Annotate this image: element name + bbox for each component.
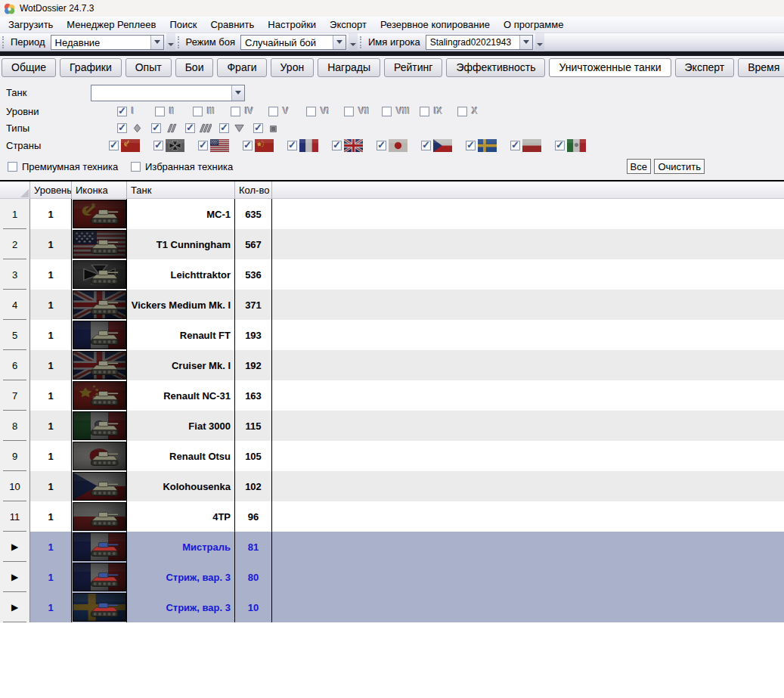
tab-awards[interactable]: Награды: [318, 58, 380, 77]
player-name-combobox[interactable]: Stalingrad02021943: [426, 35, 533, 50]
row-header-cell[interactable]: 4: [0, 290, 30, 320]
tank-filter-combobox[interactable]: [91, 85, 245, 101]
menu-item-export[interactable]: Экспорт: [323, 17, 373, 32]
toolbar-grip[interactable]: [2, 36, 5, 48]
menu-item-settings[interactable]: Настройки: [261, 17, 323, 32]
column-header-1[interactable]: Иконка: [72, 181, 127, 198]
type-checkbox-heavy[interactable]: [185, 123, 195, 133]
table-row[interactable]: 51Renault FT193: [0, 320, 784, 350]
table-row[interactable]: 71Renault NC-31163: [0, 380, 784, 411]
chevron-down-icon[interactable]: [333, 36, 346, 49]
country-checkbox-uk[interactable]: [332, 141, 342, 150]
tab-time[interactable]: Время: [738, 58, 784, 77]
level-checkbox-VII[interactable]: [344, 107, 354, 116]
toolbar-overflow-button[interactable]: [535, 33, 544, 51]
tab-battles[interactable]: Бои: [175, 58, 214, 77]
type-checkbox-spg[interactable]: [253, 123, 263, 133]
country-checkbox-czech[interactable]: [421, 141, 431, 150]
tab-expert[interactable]: Эксперт: [675, 58, 735, 77]
level-checkbox-V[interactable]: [268, 107, 278, 116]
table-row[interactable]: ▶1Мистраль81: [0, 532, 784, 562]
type-checkbox-light[interactable]: [117, 123, 127, 133]
menu-item-about[interactable]: О программе: [497, 17, 571, 32]
table-row[interactable]: 41Vickers Medium Mk. I371: [0, 290, 784, 320]
table-row[interactable]: 31Leichttraktor536: [0, 259, 784, 290]
menu-item-search[interactable]: Поиск: [163, 17, 203, 32]
type-checkbox-td[interactable]: [219, 123, 229, 133]
country-checkbox-japan[interactable]: [377, 141, 386, 150]
menu-item-compare[interactable]: Сравнить: [203, 17, 261, 32]
country-checkbox-china[interactable]: [243, 141, 253, 150]
table-row[interactable]: 101Kolohousenka102: [0, 471, 784, 501]
level-checkbox-VIII[interactable]: [382, 107, 392, 116]
row-header-cell[interactable]: 9: [0, 441, 30, 471]
row-header-cell[interactable]: 5: [0, 320, 30, 350]
toolbar-overflow-button[interactable]: [166, 33, 175, 51]
premium-checkbox[interactable]: [8, 162, 17, 172]
row-header-cell[interactable]: 8: [0, 411, 30, 441]
select-all-button[interactable]: Все: [627, 159, 651, 174]
table-row[interactable]: 21T1 Cunningham567: [0, 229, 784, 259]
row-header-cell[interactable]: 7: [0, 380, 30, 411]
country-checkbox-sweden[interactable]: [466, 141, 476, 150]
table-row[interactable]: ▶1Стриж, вар. 380: [0, 562, 784, 592]
country-checkbox-usa[interactable]: [198, 141, 208, 150]
toolbar-grip[interactable]: [360, 36, 363, 48]
tab-efficiency[interactable]: Эффективность: [446, 58, 545, 77]
tab-charts[interactable]: Графики: [60, 58, 122, 77]
column-header-2[interactable]: Танк: [127, 181, 235, 198]
level-checkbox-IX[interactable]: [420, 107, 429, 116]
row-header-cell[interactable]: 2: [0, 229, 30, 259]
menu-item-backup[interactable]: Резервное копирование: [373, 17, 497, 32]
period-combobox[interactable]: Недавние: [51, 35, 164, 50]
level-checkbox-II[interactable]: [155, 107, 165, 116]
level-checkbox-X[interactable]: [457, 107, 467, 116]
country-checkbox-italy[interactable]: [555, 141, 565, 150]
country-checkbox-poland[interactable]: [510, 141, 520, 150]
clear-button[interactable]: Очистить: [654, 159, 705, 174]
level-checkbox-IV[interactable]: [231, 107, 240, 116]
row-header-current[interactable]: ▶: [0, 532, 30, 562]
tab-damage[interactable]: Урон: [271, 58, 315, 77]
chevron-down-icon[interactable]: [231, 85, 244, 101]
tank-icon: [73, 563, 126, 591]
table-row[interactable]: 61Cruiser Mk. I192: [0, 350, 784, 380]
level-checkbox-III[interactable]: [193, 107, 203, 116]
column-header-3[interactable]: Кол-во: [235, 181, 272, 198]
row-header-current[interactable]: ▶: [0, 592, 30, 622]
table-row[interactable]: 91Renault Otsu105: [0, 441, 784, 471]
row-header-cell[interactable]: 1: [0, 199, 30, 229]
country-checkbox-germany[interactable]: [153, 141, 163, 150]
type-checkbox-medium[interactable]: [151, 123, 161, 133]
toolbar-grip[interactable]: [178, 36, 181, 48]
tab-rating[interactable]: Рейтинг: [384, 58, 442, 77]
flag-sweden-icon: [478, 139, 497, 152]
table-row[interactable]: 11MC-1635: [0, 199, 784, 229]
tab-experience[interactable]: Опыт: [126, 58, 172, 77]
favorite-checkbox[interactable]: [131, 162, 141, 172]
menu-item-load[interactable]: Загрузить: [2, 17, 60, 32]
chevron-down-icon[interactable]: [519, 36, 532, 49]
chevron-down-icon[interactable]: [150, 36, 163, 49]
table-row[interactable]: ▶1Стриж, вар. 310: [0, 592, 784, 622]
table-row[interactable]: 1114TP96: [0, 501, 784, 532]
row-header-cell[interactable]: 11: [0, 501, 30, 532]
row-header-cell[interactable]: 6: [0, 350, 30, 380]
toolbar-overflow-button[interactable]: [349, 33, 358, 51]
level-checkbox-VI[interactable]: [306, 107, 316, 116]
menu-item-replay-manager[interactable]: Менеджер Реплеев: [60, 17, 163, 32]
tab-frags[interactable]: Фраги: [217, 58, 266, 77]
country-checkbox-ussr[interactable]: [109, 141, 119, 150]
level-checkbox-I[interactable]: [117, 107, 127, 116]
row-header-current[interactable]: ▶: [0, 562, 30, 592]
country-filter-china: [243, 139, 287, 152]
tab-destroyed-tanks[interactable]: Уничтоженные танки: [549, 58, 671, 77]
battle-mode-combobox[interactable]: Случайный бой: [240, 35, 346, 50]
country-checkbox-france[interactable]: [287, 141, 297, 150]
select-all-corner-cell[interactable]: [0, 181, 30, 198]
column-header-0[interactable]: Уровень: [30, 181, 72, 198]
row-header-cell[interactable]: 3: [0, 259, 30, 290]
row-header-cell[interactable]: 10: [0, 471, 30, 501]
table-row[interactable]: 81Fiat 3000115: [0, 411, 784, 441]
tab-general[interactable]: Общие: [2, 58, 56, 77]
